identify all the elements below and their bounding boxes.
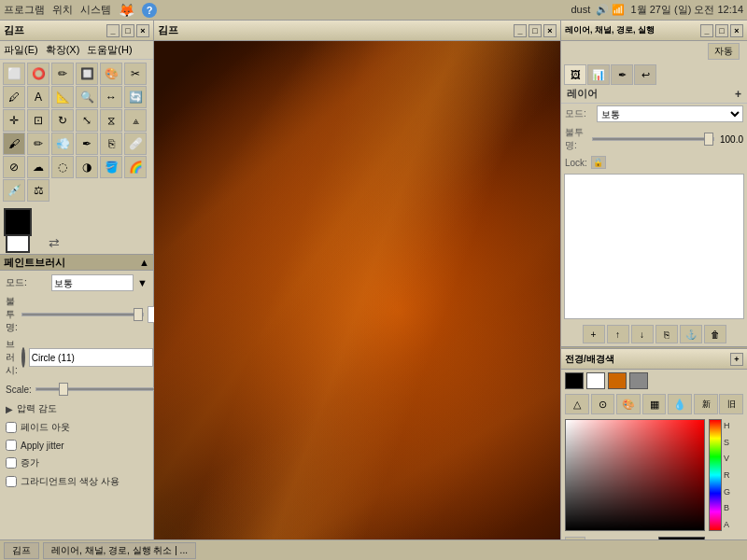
hue-bar[interactable] xyxy=(709,419,722,531)
tool-color-balance[interactable]: ⚖ xyxy=(27,179,49,202)
tool-measure[interactable]: 📐 xyxy=(51,86,74,108)
canvas-close[interactable]: × xyxy=(543,24,557,37)
app-menu-programs[interactable]: 프로그램 xyxy=(4,3,45,17)
layer-opacity-slider[interactable] xyxy=(592,137,714,141)
lock-pixels-icon[interactable]: 🔒 xyxy=(591,156,606,169)
layer-delete-button[interactable]: 🗑 xyxy=(704,325,726,343)
colors-expand[interactable]: + xyxy=(730,353,743,366)
tool-zoom[interactable]: 🔍 xyxy=(76,86,98,108)
tool-clone[interactable]: ⎘ xyxy=(100,133,122,155)
tab-layers[interactable]: 🖼 xyxy=(564,64,586,85)
brush-panel-expand[interactable]: ▲ xyxy=(139,257,149,268)
tab-channels[interactable]: 📊 xyxy=(587,64,610,85)
color-palette-icon[interactable]: 🎨 xyxy=(616,394,641,414)
color-btn2[interactable]: 旧 xyxy=(719,394,743,414)
tool-free-select[interactable]: ✏ xyxy=(51,63,74,85)
brush-name-input[interactable] xyxy=(29,348,153,367)
tool-color-picker[interactable]: 💉 xyxy=(3,179,25,202)
tool-rect-select[interactable]: ⬜ xyxy=(3,63,25,85)
gradient-checkbox[interactable] xyxy=(6,476,17,487)
canvas-window-controls: _ □ × xyxy=(514,24,557,37)
tool-flip[interactable]: ↔ xyxy=(100,86,122,108)
taskbar-panel-item[interactable]: 레이어, 채널, 경로, 실행 취소 | ... xyxy=(43,542,196,559)
canvas-maximize[interactable]: □ xyxy=(529,24,542,37)
pressure-expand[interactable]: ▶ xyxy=(6,404,13,414)
layers-close[interactable]: × xyxy=(730,24,743,37)
tool-perspective[interactable]: ⟁ xyxy=(124,109,147,132)
opacity-slider[interactable] xyxy=(21,313,144,316)
app-menu-system[interactable]: 시스템 xyxy=(80,3,111,17)
auto-button[interactable]: 자동 xyxy=(708,43,740,60)
taskbar-gimp-item[interactable]: 김프 xyxy=(4,542,39,559)
swatch-white[interactable] xyxy=(586,372,605,389)
tool-scale[interactable]: ⤡ xyxy=(76,109,98,132)
tool-shear[interactable]: ⧖ xyxy=(100,109,122,132)
layer-raise-button[interactable]: ↑ xyxy=(607,325,629,343)
canvas-minimize[interactable]: _ xyxy=(514,24,527,37)
tool-ellipse-select[interactable]: ⭕ xyxy=(27,63,49,85)
layer-lower-button[interactable]: ↓ xyxy=(631,325,654,343)
tool-paths[interactable]: 🖊 xyxy=(3,86,25,108)
tool-blur[interactable]: ◌ xyxy=(51,156,74,178)
help-icon: ? xyxy=(142,3,157,18)
layers-add-icon[interactable]: + xyxy=(735,88,741,101)
tool-crop[interactable]: ⊡ xyxy=(27,109,49,132)
tool-fuzzy-select[interactable]: 🔲 xyxy=(76,63,98,85)
swatch-orange[interactable] xyxy=(608,372,627,389)
scale-slider[interactable] xyxy=(35,387,158,391)
layer-anchor-button[interactable]: ⚓ xyxy=(680,325,702,343)
color-triangle-icon[interactable]: △ xyxy=(565,394,589,414)
layer-list[interactable] xyxy=(564,174,744,319)
layer-duplicate-button[interactable]: ⎘ xyxy=(655,325,678,343)
minimize-button[interactable]: _ xyxy=(106,24,120,37)
swatch-black[interactable] xyxy=(565,372,584,389)
tool-ink[interactable]: ✒ xyxy=(76,133,98,155)
color-btn1[interactable]: 新 xyxy=(694,394,718,414)
layer-mode-select[interactable]: 보통 xyxy=(597,105,743,122)
mode-select[interactable]: 보통 xyxy=(51,274,134,291)
foreground-color-swatch[interactable] xyxy=(4,208,32,236)
tool-heal[interactable]: 🩹 xyxy=(124,133,147,155)
tool-rotate[interactable]: ↻ xyxy=(51,109,74,132)
tool-transform[interactable]: 🔄 xyxy=(124,86,147,108)
tool-bucket-fill[interactable]: 🪣 xyxy=(100,156,122,178)
tool-by-color[interactable]: 🎨 xyxy=(100,63,122,85)
canvas-image[interactable] xyxy=(154,41,560,560)
brush-preview[interactable] xyxy=(21,347,25,368)
tab-undo[interactable]: ↩ xyxy=(634,64,656,85)
tool-scissors[interactable]: ✂ xyxy=(124,63,147,85)
close-button[interactable]: × xyxy=(136,24,149,37)
jitter-checkbox[interactable] xyxy=(6,440,17,451)
swatch-gray[interactable] xyxy=(629,372,648,389)
layers-maximize[interactable]: □ xyxy=(715,24,728,37)
menu-file[interactable]: 파일(E) xyxy=(4,43,38,57)
tool-airbrush[interactable]: 💨 xyxy=(51,133,74,155)
color-wheel-icon[interactable]: ⊙ xyxy=(591,394,615,414)
tool-pencil[interactable]: ✏ xyxy=(27,133,49,155)
maximize-button[interactable]: □ xyxy=(121,24,134,37)
layer-new-button[interactable]: + xyxy=(583,325,605,343)
pressure-option-row: ▶ 압력 감도 xyxy=(6,401,148,416)
tool-erase[interactable]: ⊘ xyxy=(3,156,25,178)
swap-colors-icon[interactable]: ⇄ xyxy=(49,235,60,250)
color-water-icon[interactable]: 💧 xyxy=(668,394,692,414)
tab-paths[interactable]: ✒ xyxy=(611,64,633,85)
tool-text[interactable]: A xyxy=(27,86,49,108)
brush-panel-header: 페인트브러시 ▲ xyxy=(0,254,153,271)
menu-help[interactable]: 도움말(H) xyxy=(87,43,132,57)
tool-move[interactable]: ✛ xyxy=(3,109,25,132)
color-gradient[interactable] xyxy=(565,419,705,531)
tool-dodge[interactable]: ◑ xyxy=(76,156,98,178)
fade-checkbox[interactable] xyxy=(6,422,17,433)
firefox-icon[interactable]: 🦊 xyxy=(119,3,134,18)
tool-paintbrush[interactable]: 🖌 xyxy=(3,133,25,155)
layers-minimize[interactable]: _ xyxy=(700,24,713,37)
color-picker-area[interactable]: H S V R G B A xyxy=(565,419,722,531)
color-swatches-icon[interactable]: ▦ xyxy=(642,394,667,414)
increase-label: 증가 xyxy=(21,456,39,469)
app-menu-places[interactable]: 위치 xyxy=(52,3,73,17)
increase-checkbox[interactable] xyxy=(6,457,17,469)
menu-extensions[interactable]: 확장(X) xyxy=(46,43,80,57)
tool-gradient[interactable]: 🌈 xyxy=(124,156,147,178)
tool-smudge[interactable]: ☁ xyxy=(27,156,49,178)
